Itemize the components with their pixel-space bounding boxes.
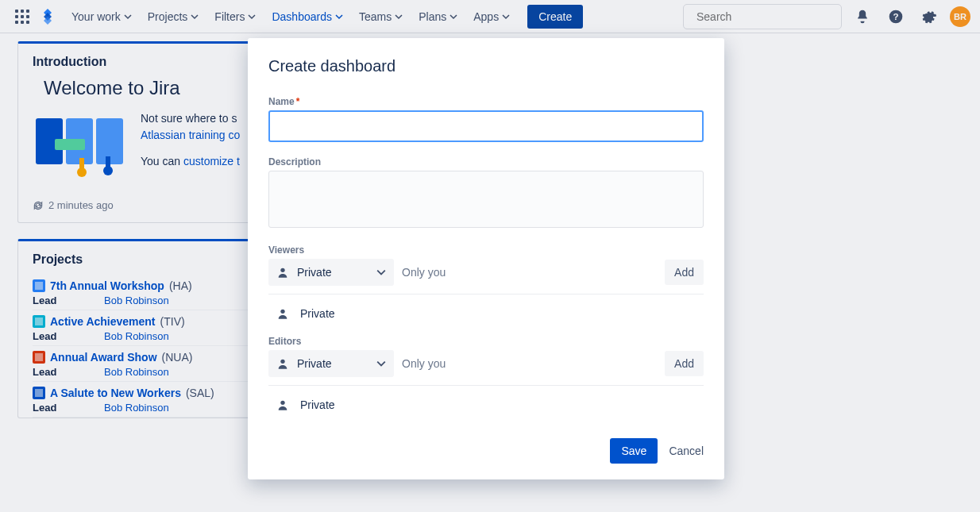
chevron-down-icon — [376, 359, 386, 368]
person-icon — [276, 398, 289, 411]
cancel-button[interactable]: Cancel — [669, 445, 704, 457]
save-button[interactable]: Save — [610, 438, 658, 464]
editors-add-button[interactable]: Add — [665, 351, 704, 376]
person-icon — [276, 357, 289, 370]
name-label: Name* — [268, 96, 704, 107]
name-input[interactable] — [268, 110, 704, 142]
name-field-block: Name* — [268, 96, 704, 142]
divider — [268, 385, 704, 386]
editors-current: Private — [268, 394, 704, 416]
chevron-down-icon — [376, 268, 386, 277]
editors-select-value: Private — [297, 357, 332, 370]
description-label: Description — [268, 156, 704, 167]
divider — [268, 294, 704, 294]
svg-point-20 — [280, 268, 284, 272]
person-icon — [276, 307, 289, 320]
svg-point-21 — [280, 310, 284, 314]
svg-point-23 — [280, 401, 284, 405]
editors-row: Private Only you Add — [268, 350, 704, 377]
viewers-current: Private — [268, 302, 704, 325]
viewers-select-value: Private — [297, 266, 332, 279]
svg-point-22 — [280, 360, 284, 364]
modal-footer: Save Cancel — [268, 438, 704, 464]
person-icon — [276, 266, 289, 279]
editors-label: Editors — [268, 336, 704, 347]
viewers-label: Viewers — [268, 244, 704, 256]
viewers-select[interactable]: Private — [268, 259, 394, 286]
modal-title: Create dashboard — [268, 57, 704, 75]
viewers-add-button[interactable]: Add — [665, 260, 704, 285]
viewers-row: Private Only you Add — [268, 259, 704, 286]
editors-select[interactable]: Private — [268, 350, 394, 377]
viewers-hint: Only you — [402, 266, 657, 279]
editors-hint: Only you — [402, 357, 657, 370]
create-dashboard-modal: Create dashboard Name* Description Viewe… — [248, 38, 724, 479]
description-field-block: Description — [268, 156, 704, 230]
description-input[interactable] — [268, 171, 704, 228]
